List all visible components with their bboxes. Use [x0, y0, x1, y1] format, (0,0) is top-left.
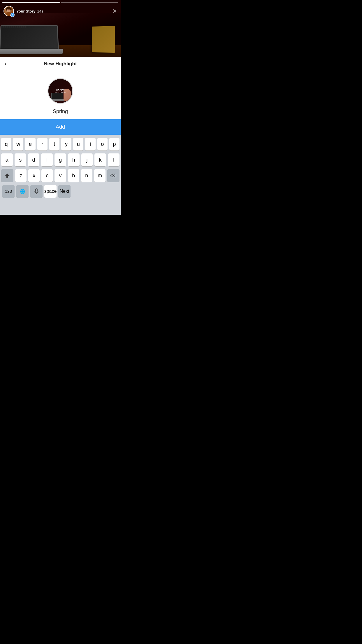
key-k[interactable]: k: [94, 153, 106, 166]
key-u[interactable]: u: [73, 138, 83, 150]
highlight-section: ‹ New Highlight HAPPY FIRST: [0, 57, 121, 215]
keyboard-row-2: a s d f g h j k l: [1, 153, 120, 166]
highlight-cover-area: HAPPY FIRST DAY OF: [0, 71, 121, 119]
add-button-label: Add: [56, 124, 65, 130]
circle-happy-text: HAPPY: [55, 89, 66, 92]
key-m[interactable]: m: [94, 169, 106, 182]
story-area: + Your Story 14s ✕: [0, 0, 121, 57]
progress-bar-1: [2, 2, 60, 3]
next-key[interactable]: Next: [58, 185, 71, 198]
mic-key[interactable]: [30, 185, 43, 198]
key-h[interactable]: h: [68, 153, 80, 166]
highlight-name-input[interactable]: [31, 108, 89, 115]
back-button[interactable]: ‹: [5, 61, 7, 67]
add-button-bar[interactable]: Add: [0, 119, 121, 135]
story-duration: 14s: [37, 9, 43, 13]
key-y[interactable]: y: [61, 138, 71, 150]
key-f[interactable]: f: [41, 153, 53, 166]
highlight-circle-inner: HAPPY FIRST DAY OF: [48, 79, 72, 103]
keyboard-row-1: q w e r t y u i o p: [1, 138, 120, 150]
key-w[interactable]: w: [13, 138, 23, 150]
key-p[interactable]: p: [109, 138, 120, 150]
backspace-key[interactable]: ⌫: [107, 169, 120, 182]
key-d[interactable]: d: [28, 153, 40, 166]
app-container: + Your Story 14s ✕: [0, 0, 121, 215]
key-r[interactable]: r: [37, 138, 48, 150]
nav-bar: ‹ New Highlight: [0, 57, 121, 71]
key-t[interactable]: t: [49, 138, 59, 150]
story-user-name: Your Story: [16, 9, 36, 13]
laptop-keyboard: [0, 49, 63, 54]
nav-title: New Highlight: [44, 61, 77, 67]
circle-laptop-screen: [51, 93, 63, 99]
key-l[interactable]: l: [108, 153, 120, 166]
key-g[interactable]: g: [55, 153, 66, 166]
story-image: [0, 13, 121, 57]
key-v[interactable]: v: [55, 169, 66, 182]
globe-icon: 🌐: [20, 189, 25, 194]
key-i[interactable]: i: [85, 138, 95, 150]
story-add-button[interactable]: +: [10, 13, 15, 17]
key-o[interactable]: o: [97, 138, 108, 150]
num-key[interactable]: 123: [2, 185, 15, 198]
story-avatar-wrapper[interactable]: +: [3, 6, 14, 16]
key-n[interactable]: n: [81, 169, 92, 182]
svg-point-6: [6, 8, 7, 10]
key-b[interactable]: b: [68, 169, 79, 182]
laptop-shape: [0, 19, 76, 57]
story-user-info: Your Story 14s: [16, 9, 43, 13]
keyboard: q w e r t y u i o p a s d f g h j k: [0, 135, 121, 215]
back-chevron-icon: ‹: [5, 60, 7, 67]
progress-bar-2: [61, 2, 118, 3]
keyboard-bottom-row: 123 🌐 space Next: [1, 185, 120, 198]
key-x[interactable]: x: [28, 169, 40, 182]
space-key[interactable]: space: [44, 185, 57, 198]
globe-key[interactable]: 🌐: [16, 185, 29, 198]
key-e[interactable]: e: [25, 138, 35, 150]
svg-point-7: [10, 8, 11, 10]
progress-bars: [2, 2, 118, 3]
keyboard-decoration: [1, 26, 57, 28]
close-button[interactable]: ✕: [112, 8, 117, 14]
highlight-cover-circle[interactable]: HAPPY FIRST DAY OF: [48, 78, 73, 104]
key-q[interactable]: q: [1, 138, 11, 150]
shift-key[interactable]: [1, 169, 13, 182]
close-icon: ✕: [112, 8, 117, 14]
key-a[interactable]: a: [1, 153, 13, 166]
key-j[interactable]: j: [81, 153, 93, 166]
svg-rect-8: [36, 189, 37, 192]
story-user: + Your Story 14s: [3, 6, 43, 16]
story-header: + Your Story 14s ✕: [3, 6, 117, 16]
circle-first-text: FIRST DAY OF: [55, 91, 66, 93]
book-shape: [92, 26, 115, 53]
laptop-screen: [0, 25, 59, 50]
key-c[interactable]: c: [41, 169, 53, 182]
backspace-icon: ⌫: [110, 173, 117, 178]
circle-laptop-base: [50, 99, 64, 101]
key-z[interactable]: z: [15, 169, 27, 182]
key-s[interactable]: s: [15, 153, 26, 166]
circle-text-overlay: HAPPY FIRST DAY OF: [55, 89, 66, 93]
keyboard-row-3: z x c v b n m ⌫: [1, 169, 120, 182]
